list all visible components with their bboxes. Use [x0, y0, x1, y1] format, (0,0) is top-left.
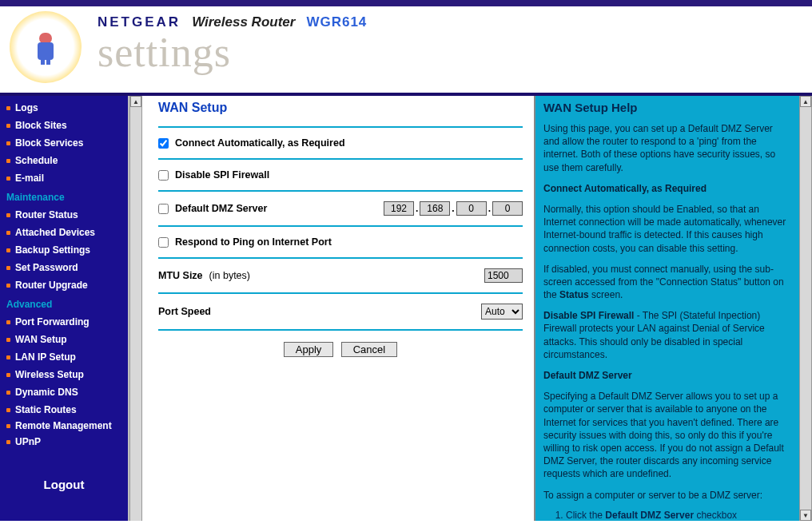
top-accent-bar: [0, 0, 812, 6]
sidebar-item-label: Block Services: [15, 136, 83, 150]
disable-spi-label: Disable SPI Firewall: [175, 169, 269, 181]
bullet-icon: [6, 338, 10, 342]
port-speed-select[interactable]: Auto: [481, 304, 523, 320]
sidebar-item-set-password[interactable]: Set Password: [5, 259, 123, 276]
sidebar-item-port-forwarding[interactable]: Port Forwarding: [5, 313, 123, 331]
bullet-icon: [6, 248, 10, 252]
help-scrollbar[interactable]: ▲ ▼: [799, 96, 812, 521]
logout-button[interactable]: Logout: [5, 470, 123, 501]
sidebar-item-block-services[interactable]: Block Services: [5, 134, 123, 152]
divider: [158, 158, 523, 160]
row-disable-spi: Disable SPI Firewall: [158, 165, 523, 185]
sidebar-item-label: Dynamic DNS: [15, 385, 78, 399]
mtu-input[interactable]: [484, 268, 523, 283]
bullet-icon: [6, 213, 10, 217]
button-row: Apply Cancel: [158, 342, 523, 357]
row-connect-auto: Connect Automatically, as Required: [158, 133, 523, 153]
cancel-button[interactable]: Cancel: [341, 342, 397, 357]
sidebar-item-label: LAN IP Setup: [15, 350, 76, 364]
sidebar-item-router-status[interactable]: Router Status: [5, 206, 123, 224]
bullet-icon: [6, 106, 10, 110]
sidebar-item-router-upgrade[interactable]: Router Upgrade: [5, 276, 123, 294]
sidebar-item-attached-devices[interactable]: Attached Devices: [5, 224, 123, 241]
logo-glyph-icon: [30, 28, 62, 66]
respond-ping-checkbox[interactable]: [158, 237, 169, 248]
sidebar-item-wireless-setup[interactable]: Wireless Setup: [5, 366, 123, 383]
sidebar-item-label: UPnP: [15, 435, 41, 449]
sidebar-item-upnp[interactable]: UPnP: [5, 433, 123, 451]
help-dmz-p: Specifying a Default DMZ Server allows y…: [543, 390, 791, 480]
help-spi-p: Disable SPI Firewall - The SPI (Stateful…: [543, 309, 791, 361]
sidebar-item-wan-setup[interactable]: WAN Setup: [5, 331, 123, 348]
bullet-icon: [6, 440, 10, 444]
connect-auto-checkbox[interactable]: [158, 138, 169, 149]
help-heading-connect: Connect Automatically, as Required: [543, 183, 707, 194]
port-speed-label: Port Speed: [158, 306, 211, 317]
dmz-ip-d[interactable]: [492, 201, 523, 216]
content-panel: WAN Setup Connect Automatically, as Requ…: [142, 96, 534, 521]
help-assign-p: To assign a computer or server to be a D…: [543, 489, 791, 502]
model-name: WGR614: [306, 14, 367, 30]
svg-rect-0: [39, 33, 52, 44]
settings-heading: settings: [98, 32, 367, 73]
row-port-speed: Port Speed Auto: [158, 299, 523, 324]
scroll-down-icon[interactable]: ▼: [800, 510, 811, 521]
brand-name: NETGEAR: [98, 14, 181, 30]
mtu-sublabel: (in bytes): [209, 270, 250, 281]
scroll-up-icon[interactable]: ▲: [130, 96, 141, 107]
dot-icon: .: [488, 203, 491, 214]
sidebar-item-remote-management[interactable]: Remote Management: [5, 419, 123, 433]
svg-rect-2: [41, 60, 45, 65]
respond-ping-label: Respond to Ping on Internet Port: [175, 236, 332, 248]
sidebar-item-lan-ip-setup[interactable]: LAN IP Setup: [5, 348, 123, 366]
header: NETGEAR Wireless Router WGR614 settings: [0, 6, 812, 96]
sidebar-item-label: Static Routes: [15, 403, 77, 417]
row-respond-ping: Respond to Ping on Internet Port: [158, 232, 523, 252]
divider: [158, 225, 523, 227]
help-steps-list: Click the Default DMZ Server checkbox Ty…: [566, 510, 791, 521]
sidebar-item-backup-settings[interactable]: Backup Settings: [5, 241, 123, 259]
sidebar-item-label: E-mail: [15, 171, 44, 185]
bullet-icon: [6, 320, 10, 324]
sidebar-item-block-sites[interactable]: Block Sites: [5, 117, 123, 134]
sidebar-item-static-routes[interactable]: Static Routes: [5, 401, 123, 419]
help-intro: Using this page, you can set up a Defaul…: [543, 122, 791, 174]
divider: [158, 126, 523, 128]
connect-auto-label: Connect Automatically, as Required: [175, 137, 345, 149]
dot-icon: .: [416, 203, 418, 214]
dmz-checkbox[interactable]: [158, 204, 169, 214]
content-scrollbar[interactable]: ▲: [129, 96, 142, 521]
sidebar-item-dynamic-dns[interactable]: Dynamic DNS: [5, 383, 123, 401]
sidebar-section-advanced: Advanced: [5, 294, 123, 313]
dmz-ip-group: . . .: [384, 201, 523, 216]
svg-rect-1: [38, 42, 54, 60]
help-panel: WAN Setup Help Using this page, you can …: [534, 96, 799, 521]
divider: [158, 257, 523, 259]
dmz-label: Default DMZ Server: [175, 203, 267, 214]
bullet-icon: [6, 231, 10, 235]
dmz-ip-b[interactable]: [420, 201, 450, 216]
divider: [158, 190, 523, 192]
row-mtu: MTU Size (in bytes): [158, 264, 523, 288]
sidebar-item-label: Schedule: [15, 153, 58, 168]
sidebar: Logs Block Sites Block Services Schedule…: [0, 96, 128, 521]
sidebar-item-label: Attached Devices: [15, 225, 95, 240]
sidebar-item-label: Router Upgrade: [15, 278, 88, 292]
scroll-up-icon[interactable]: ▲: [800, 96, 811, 107]
main-area: Logs Block Sites Block Services Schedule…: [0, 96, 812, 521]
dmz-ip-a[interactable]: [384, 201, 414, 216]
sidebar-item-label: Logs: [15, 101, 38, 115]
page-title: WAN Setup: [158, 101, 523, 115]
help-heading-dmz: Default DMZ Server: [543, 370, 632, 381]
dot-icon: .: [452, 203, 454, 214]
disable-spi-checkbox[interactable]: [158, 170, 169, 181]
divider: [158, 329, 523, 331]
dmz-ip-c[interactable]: [456, 201, 487, 216]
sidebar-item-email[interactable]: E-mail: [5, 169, 123, 187]
bullet-icon: [6, 266, 10, 270]
sidebar-item-schedule[interactable]: Schedule: [5, 152, 123, 169]
sidebar-item-logs[interactable]: Logs: [5, 99, 123, 117]
sidebar-item-label: Block Sites: [15, 118, 67, 133]
apply-button[interactable]: Apply: [284, 342, 334, 357]
svg-rect-3: [46, 60, 50, 65]
